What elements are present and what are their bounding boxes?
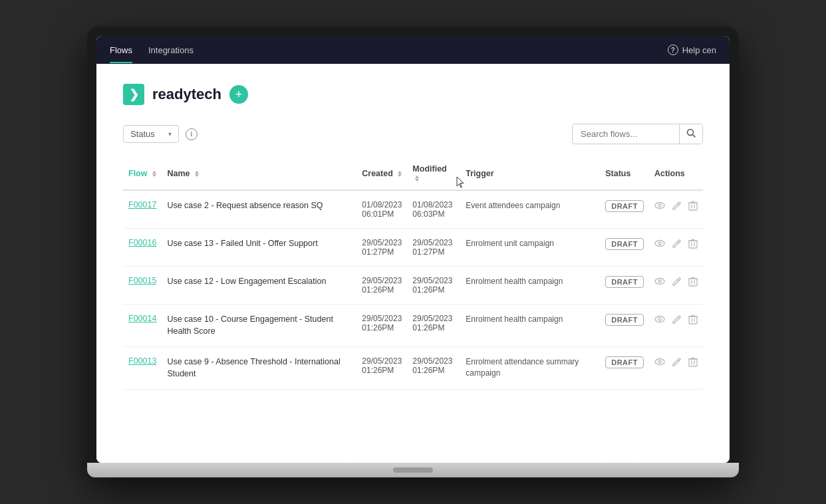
status-badge: DRAFT [605,276,644,288]
brand-icon: ❯ [123,84,144,105]
flow-name: Use case 13 - Failed Unit - Offer Suppor… [167,239,317,248]
flow-trigger: Enrolment health campaign [466,315,563,324]
col-flow[interactable]: Flow [123,158,162,190]
edit-icon[interactable] [672,201,682,213]
status-badge: DRAFT [605,356,644,368]
svg-line-1 [693,135,696,138]
status-badge: DRAFT [605,200,644,212]
edit-icon[interactable] [672,277,682,289]
flow-modified: 29/05/202301:26PM [412,314,452,332]
main-content: ❯ readytech + Status ▾ i [96,64,730,463]
flow-trigger: Enrolment attendance summary campaign [466,357,579,378]
svg-point-35 [658,360,661,363]
svg-line-20 [678,279,680,281]
nav-left: Flows Integrations [110,43,194,58]
flow-trigger: Enrolment health campaign [466,277,563,286]
view-icon[interactable] [654,276,665,289]
svg-line-4 [678,203,680,205]
delete-icon[interactable] [688,315,698,326]
flow-link[interactable]: F00013 [128,356,156,366]
table-row: F00013Use case 9 - Absence Threshold - I… [123,347,703,390]
logo-area: ❯ readytech + [123,84,703,105]
svg-rect-21 [689,279,697,286]
svg-point-18 [655,279,664,285]
edit-icon[interactable] [672,357,682,369]
chevron-down-icon: ▾ [168,130,172,138]
flow-trigger: Event attendees campaign [466,201,560,210]
view-icon[interactable] [654,314,665,326]
actions-cell [654,200,698,213]
nav-item-flows[interactable]: Flows [110,43,132,58]
actions-cell [654,356,698,369]
flow-name: Use case 9 - Absence Threshold - Interna… [167,357,340,378]
nav-item-integrations[interactable]: Integrations [148,43,194,58]
sort-icon-modified [415,176,419,182]
delete-icon[interactable] [688,277,698,289]
help-label[interactable]: Help cen [682,45,716,55]
status-badge: DRAFT [605,238,644,250]
flow-modified: 01/08/202306:03PM [412,200,452,219]
filter-left: Status ▾ i [123,125,198,143]
table-row: F00016Use case 13 - Failed Unit - Offer … [123,229,703,267]
sort-icon-name [195,171,199,177]
flow-created: 29/05/202301:26PM [362,314,402,332]
svg-point-2 [655,203,664,209]
col-status: Status [600,158,649,190]
table-row: F00015Use case 12 - Low Engagement Escal… [123,267,703,305]
col-trigger: Trigger [460,158,600,190]
table-header-row: Flow Name Created [123,158,703,190]
filter-info-icon[interactable]: i [186,128,198,140]
flow-name: Use case 10 - Course Engagement - Studen… [167,315,333,336]
status-label: Status [130,129,155,139]
actions-cell [654,276,698,289]
search-box [572,124,703,144]
flow-modified: 29/05/202301:26PM [412,356,452,375]
help-icon: ? [668,45,678,55]
flow-created: 29/05/202301:26PM [362,276,402,295]
flow-name: Use case 2 - Request absence reason SQ [167,201,323,210]
col-modified[interactable]: Modified [407,158,460,190]
view-icon[interactable] [654,356,665,369]
svg-point-34 [655,359,664,365]
flow-modified: 29/05/202301:26PM [412,276,452,295]
table-row: F00017Use case 2 - Request absence reaso… [123,190,703,229]
status-dropdown[interactable]: Status ▾ [123,125,179,143]
svg-rect-29 [689,316,697,324]
view-icon[interactable] [654,238,665,251]
delete-icon[interactable] [688,239,698,251]
flow-modified: 29/05/202301:27PM [412,238,452,257]
view-icon[interactable] [654,200,665,213]
status-badge: DRAFT [605,314,644,326]
actions-cell [654,314,698,326]
table-row: F00014Use case 10 - Course Engagement - … [123,305,703,347]
search-icon [686,128,696,138]
flow-link[interactable]: F00016 [128,238,156,247]
brand-name: readytech [152,86,221,103]
flow-name: Use case 12 - Low Engagement Escalation [167,277,326,286]
add-flow-button[interactable]: + [229,85,248,104]
filter-bar: Status ▾ i [123,124,703,144]
svg-rect-13 [689,241,697,248]
flow-link[interactable]: F00015 [128,276,156,285]
svg-point-26 [655,316,664,322]
top-navigation: Flows Integrations ? Help cen [96,36,730,64]
sort-icon-flow [152,171,156,177]
svg-point-3 [658,204,661,207]
delete-icon[interactable] [688,201,698,213]
flow-trigger: Enrolment unit campaign [466,239,554,248]
svg-line-12 [678,241,680,243]
flow-link[interactable]: F00017 [128,200,156,209]
svg-rect-5 [689,203,697,210]
col-created[interactable]: Created [356,158,407,190]
col-name[interactable]: Name [162,158,356,190]
delete-icon[interactable] [688,357,698,369]
svg-line-36 [678,360,680,362]
svg-point-19 [658,280,661,283]
edit-icon[interactable] [672,315,682,326]
svg-point-11 [658,242,661,245]
search-button[interactable] [679,124,702,144]
edit-icon[interactable] [672,239,682,251]
search-input[interactable] [573,125,679,143]
flow-link[interactable]: F00014 [128,314,156,323]
col-actions: Actions [649,158,703,190]
